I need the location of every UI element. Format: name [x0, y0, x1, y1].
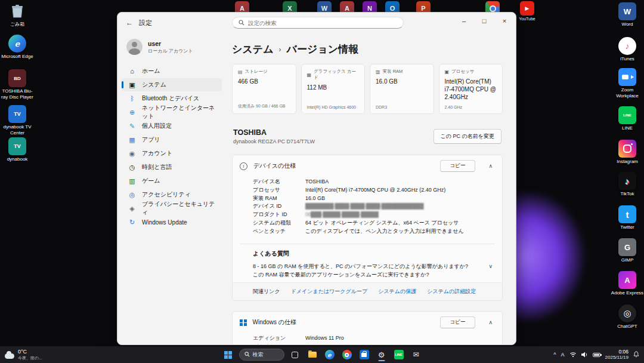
task-view-button[interactable]	[289, 347, 302, 362]
line-taskbar-button[interactable]: LINE	[392, 347, 405, 362]
battery-icon[interactable]	[593, 353, 600, 357]
instagram-icon	[618, 140, 636, 158]
notification-bell-icon[interactable]	[633, 349, 639, 360]
desktop-icon-instagram[interactable]: Instagram	[611, 140, 644, 165]
copy-windows-spec-button[interactable]: コピー	[440, 316, 476, 328]
spec-cards: ▤ストレージ 466 GB 使用済み 90 GB / 466 GB ▦グラフィッ…	[232, 64, 503, 114]
collapse-chevron-icon[interactable]: ∧	[488, 319, 493, 325]
desktop-icon-zoom[interactable]: Zoom Workplace	[611, 68, 644, 99]
cpu-icon: ▣	[445, 69, 450, 75]
link-system-protection[interactable]: システムの保護	[378, 288, 416, 296]
desktop-icon-bluray[interactable]: TOSHIBA Blu-ray Disc Player	[1, 69, 34, 100]
back-button[interactable]: ←	[123, 17, 135, 28]
link-domain-workgroup[interactable]: ドメインまたはワークグループ	[291, 288, 368, 296]
spec-row: プロセッサIntel(R) Core(TM) i7-4700MQ CPU @ 2…	[253, 186, 495, 195]
tray-expand-chevron[interactable]: ^	[553, 352, 556, 358]
sidebar-item-network-internet[interactable]: ⊕ネットワークとインターネット	[122, 106, 222, 119]
user-name: user	[148, 40, 193, 47]
edge-button[interactable]: e	[323, 347, 336, 362]
close-button[interactable]: ×	[494, 13, 515, 29]
link-advanced-system-settings[interactable]: システムの詳細設定	[427, 288, 476, 296]
settings-search-box[interactable]	[232, 17, 404, 29]
desktop-icon-word-shortcut[interactable]: Word	[611, 2, 644, 27]
mail-button[interactable]: ✉	[410, 347, 423, 362]
storage-card[interactable]: ▤ストレージ 466 GB 使用済み 90 GB / 466 GB	[232, 64, 296, 114]
chrome-icon	[342, 350, 352, 359]
gimp-icon	[618, 238, 636, 256]
desktop-icon-gimp[interactable]: GIMP	[611, 238, 644, 263]
settings-search-input[interactable]	[248, 20, 397, 26]
bluetooth-icon: ᛒ	[128, 95, 136, 102]
desktop-icon-line[interactable]: LINE	[611, 106, 644, 131]
volume-icon[interactable]	[581, 349, 588, 360]
taskbar-search[interactable]: 検索	[239, 349, 284, 361]
faq-question-row[interactable]: 8 - 16 GB の RAM を使用すると、PC のパフォーマンスにどのような…	[253, 263, 496, 279]
sidebar-item-accessibility[interactable]: ◎アクセシビリティ	[122, 188, 222, 201]
sidebar-item-gaming[interactable]: ▥ゲーム	[122, 174, 222, 187]
home-icon: ⌂	[128, 67, 136, 75]
chrome-button[interactable]	[340, 347, 354, 362]
collapse-chevron-icon[interactable]: ∧	[488, 163, 493, 169]
sidebar-item-windows-update[interactable]: ↻Windows Update	[122, 216, 222, 229]
weather-widget[interactable]: 0°C 今夜、雨の...	[5, 349, 42, 361]
desktop-icon-itunes[interactable]: iTunes	[611, 37, 644, 62]
device-spec-header[interactable]: i デバイスの仕様 コピー ∧	[233, 155, 502, 177]
desktop-icon-twitter[interactable]: Twitter	[611, 205, 644, 230]
desktop-icon-dynabook[interactable]: dynabook	[1, 137, 34, 162]
windows-spec-card: Windows の仕様 コピー ∧ エディションWindows 11 Pro バ…	[232, 311, 503, 344]
start-button[interactable]	[222, 347, 235, 362]
spec-row: デバイス ID████████-████-████-████-█████████…	[253, 202, 495, 211]
settings-taskbar-button[interactable]: ⚙	[375, 347, 388, 362]
sidebar-item-time-language[interactable]: ◷時刻と言語	[122, 161, 222, 174]
bluray-player-icon	[8, 69, 26, 87]
sidebar-item-apps[interactable]: ▦アプリ	[122, 133, 222, 146]
store-button[interactable]	[358, 347, 371, 362]
dynabook-app-icon	[8, 137, 26, 155]
accessibility-icon: ◎	[128, 191, 136, 199]
rename-pc-button[interactable]: この PC の名前を変更	[434, 129, 501, 144]
windows-spec-rows: エディションWindows 11 Pro バージョン25H2 インストール日20…	[233, 333, 502, 344]
wifi-icon[interactable]	[569, 349, 577, 360]
line-icon: LINE	[394, 350, 404, 359]
sidebar-item-personalization[interactable]: ✎個人用設定	[122, 119, 222, 133]
line-icon	[618, 106, 636, 124]
processor-card[interactable]: ▣プロセッサ Intel(R) Core(TM) i7-4700MQ CPU @…	[439, 64, 503, 114]
desktop-icon-tiktok[interactable]: TikTok	[611, 172, 644, 197]
sidebar-item-home[interactable]: ⌂ホーム	[122, 64, 222, 78]
ram-card[interactable]: ▥実装 RAM 16.0 GB DDR3	[370, 64, 434, 114]
window-body: user ローカル アカウント ⌂ホーム ▣システム ᛒBluetooth とデ…	[117, 34, 516, 344]
privacy-security-icon: ◈	[128, 205, 136, 213]
desktop-icon-edge[interactable]: Microsoft Edge	[1, 35, 34, 60]
system-tray: ^ A 0:06 2025/11/19	[553, 349, 639, 361]
spec-row: デバイス名TOSHIBA	[253, 178, 495, 186]
faq-title: よくある質問	[253, 250, 496, 258]
desktop-icon-tv-center[interactable]: dynabook TV Center	[1, 105, 34, 136]
network-icon: ⊕	[128, 109, 136, 116]
desktop-icon-recycle-bin[interactable]: ごみ箱	[1, 2, 34, 27]
tray-time: 0:06	[605, 349, 628, 355]
maximize-button[interactable]: □	[474, 13, 494, 29]
breadcrumb-separator: ›	[279, 45, 281, 54]
file-explorer-button[interactable]	[306, 347, 319, 362]
expand-chevron-icon[interactable]: ∨	[488, 263, 493, 271]
gear-icon: ⚙	[378, 350, 385, 359]
minimize-button[interactable]: –	[454, 13, 474, 29]
sidebar-item-system[interactable]: ▣システム	[122, 78, 222, 91]
windows-spec-header[interactable]: Windows の仕様 コピー ∧	[233, 312, 502, 333]
user-account-block[interactable]: user ローカル アカウント	[122, 34, 222, 64]
clock[interactable]: 0:06 2025/11/19	[605, 349, 628, 361]
sidebar-item-accounts[interactable]: ◉アカウント	[122, 147, 222, 160]
tray-date: 2025/11/19	[605, 355, 628, 361]
sidebar-item-bluetooth-devices[interactable]: ᛒBluetooth とデバイス	[122, 92, 222, 105]
desktop-icon-adobe-express[interactable]: Adobe Express	[611, 271, 644, 296]
time-language-icon: ◷	[128, 164, 136, 171]
breadcrumb-root[interactable]: システム	[232, 42, 274, 56]
desktop-icon-chatgpt[interactable]: ChatGPT	[611, 304, 644, 330]
page-title: バージョン情報	[287, 42, 359, 56]
ime-indicator[interactable]: A	[561, 352, 565, 358]
spec-row: 実装 RAM16.0 GB	[253, 195, 495, 203]
graphics-card[interactable]: ▦グラフィックス カード 112 MB Intel(R) HD Graphics…	[301, 64, 366, 114]
sidebar-item-privacy-security[interactable]: ◈プライバシーとセキュリティ	[122, 202, 222, 215]
edge-icon: e	[325, 350, 335, 359]
copy-device-spec-button[interactable]: コピー	[440, 160, 476, 172]
